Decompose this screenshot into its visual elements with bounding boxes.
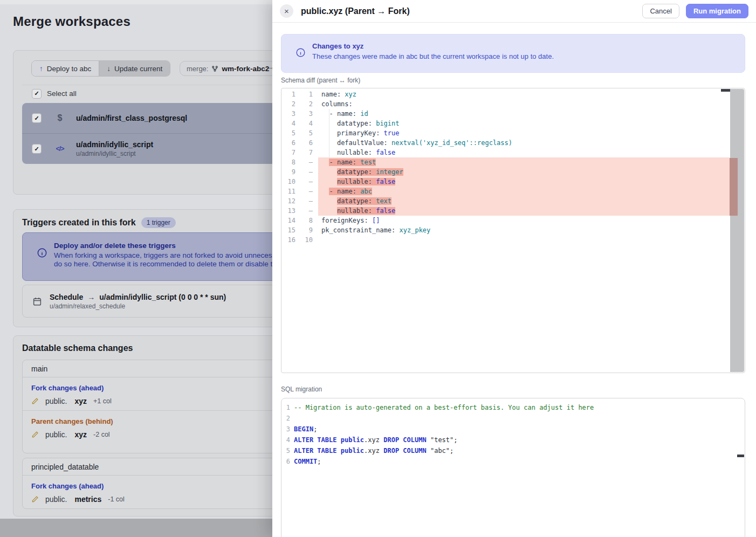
diff-line: 77 nullable: false (281, 148, 745, 157)
triggers-heading: Triggers created in this fork (22, 218, 136, 228)
code-token: test (356, 159, 376, 166)
change-table: xyz (74, 430, 87, 439)
sql-scrollbar-thumb[interactable] (737, 455, 744, 457)
code-token: DROP (383, 436, 399, 444)
schedule-subtitle: u/admin/relaxed_schedule (50, 302, 226, 310)
sql-line: 1-- Migration is auto-generated on a bes… (281, 402, 745, 413)
diff-code-content: datatype: text (337, 197, 391, 205)
diff-gutter-right: 8 (295, 216, 318, 225)
close-icon[interactable]: × (280, 4, 293, 18)
code-token: "abc"; (427, 447, 454, 455)
code-token (336, 447, 340, 455)
diff-code-content: nullable: false (337, 178, 395, 185)
item-text: u/admin/idyllic_scriptu/admin/idyllic_sc… (76, 140, 153, 157)
item-title: u/admin/idyllic_script (76, 140, 153, 149)
calendar-icon (32, 297, 42, 306)
schema-diff-editor[interactable]: 11name: xyz22columns:33 - name: id44 dat… (281, 88, 745, 373)
arrow-up-icon: ↑ (39, 65, 43, 73)
code-token: ALTER (294, 447, 313, 455)
diff-code: - name: test (318, 157, 730, 167)
tab-deploy-label: Deploy to abc (47, 65, 92, 73)
code-token: TABLE (317, 447, 336, 455)
code-token: [] (368, 217, 380, 224)
diff-removed-marker (730, 158, 738, 216)
diff-lines: 11name: xyz22columns:33 - name: id44 dat… (281, 88, 745, 245)
trigger-count-badge: 1 trigger (141, 217, 176, 228)
sql-line-number: 5 (281, 445, 290, 456)
changes-banner-text: Changes to xyz These changes were made i… (312, 42, 554, 72)
sql-line-number: 2 (281, 413, 290, 424)
code-token: abc (356, 188, 372, 195)
merge-label: merge: (187, 65, 208, 73)
code-token: datatype: (337, 168, 372, 176)
code-token: false (372, 178, 395, 185)
diff-gutter-right: 10 (295, 235, 318, 245)
pencil-icon (31, 397, 39, 405)
diff-gutter-right: – (295, 177, 318, 187)
changes-banner-title: Changes to xyz (312, 42, 554, 50)
diff-code-content: nullable: false (337, 207, 395, 215)
diff-gutter-right: 7 (295, 148, 318, 157)
code-token: - name: (329, 188, 356, 195)
diff-code: foreignKeys: [] (318, 216, 730, 225)
code-token (336, 436, 340, 444)
diff-gutter-right: 2 (295, 99, 318, 109)
item-title: u/admin/first_class_postgresql (76, 114, 187, 122)
code-token: true (380, 129, 399, 137)
diff-scrollbar-thumb[interactable] (721, 89, 730, 92)
code-token: ; (317, 458, 321, 465)
diff-code-content: foreignKeys: [] (321, 217, 380, 224)
triggers-info-title: Deploy and/or delete these triggers (54, 242, 288, 250)
diff-code: columns: (318, 99, 730, 109)
sql-code: BEGIN; (294, 424, 317, 435)
code-token: nullable: (337, 149, 372, 156)
code-token: public (341, 436, 364, 444)
diff-gutter-right: 1 (295, 90, 318, 99)
diff-code: pk_constraint_name: xyz_pkey (318, 225, 730, 235)
diff-code-content: - name: test (329, 159, 376, 166)
sql-code: -- Migration is auto-generated on a best… (294, 402, 594, 413)
select-all-checkbox[interactable]: ✓ (32, 89, 42, 99)
merge-source-select[interactable]: merge: wm-fork-abc2 (180, 61, 276, 76)
arrow-down-icon: ↓ (107, 65, 111, 73)
run-migration-button[interactable]: Run migration (686, 4, 748, 18)
diff-gutter-right: – (295, 167, 318, 177)
code-token: COLUMN (403, 447, 426, 455)
item-text: u/admin/first_class_postgresql (76, 114, 187, 122)
code-token: datatype: (337, 120, 372, 127)
schedule-text: Schedule → u/admin/idyllic_script (0 0 0… (50, 293, 226, 310)
tab-update-current[interactable]: ↓ Update current (99, 61, 170, 76)
code-token: "test"; (427, 436, 458, 444)
diff-code-content: datatype: bigint (337, 120, 400, 127)
diff-line: 11– - name: abc (281, 187, 745, 196)
sql-migration-editor[interactable]: 1-- Migration is auto-generated on a bes… (281, 398, 745, 537)
diff-gutter-left: 8 (281, 157, 295, 167)
sql-line-number: 4 (281, 435, 290, 445)
diff-overview-ruler[interactable] (730, 89, 744, 372)
diff-gutter-left: 10 (281, 177, 295, 187)
triggers-info-line: do so here. Otherwise it is recommended … (54, 260, 288, 268)
item-checkbox[interactable]: ✓ (32, 144, 42, 154)
cancel-button[interactable]: Cancel (642, 4, 679, 18)
diff-code-content: nullable: false (337, 149, 395, 156)
code-token: defaultValue: (337, 139, 388, 147)
diff-code-content: - name: id (329, 110, 368, 118)
code-token: public (341, 447, 364, 455)
diff-line: 1610 (281, 235, 745, 245)
code-token: DROP (383, 447, 399, 455)
diff-gutter-left: 15 (281, 225, 295, 235)
code-token: .xyz (364, 436, 383, 444)
schedule-label: Schedule (50, 293, 83, 301)
diff-gutter-left: 5 (281, 128, 295, 138)
tab-deploy-to-abc[interactable]: ↑ Deploy to abc (32, 61, 99, 76)
migration-drawer: × public.xyz (Parent → Fork) Cancel Run … (272, 0, 756, 537)
schedule-arrow-icon: → (87, 293, 95, 301)
diff-gutter-right: 3 (295, 109, 318, 119)
change-schema: public. (45, 397, 67, 405)
diff-line: 159pk_constraint_name: xyz_pkey (281, 225, 745, 235)
diff-gutter-right: – (295, 196, 318, 206)
code-token: ; (313, 425, 317, 433)
sql-line: 5ALTER TABLE public.xyz DROP COLUMN "abc… (281, 445, 745, 456)
pencil-icon (31, 495, 39, 503)
item-checkbox[interactable]: ✓ (32, 113, 42, 123)
